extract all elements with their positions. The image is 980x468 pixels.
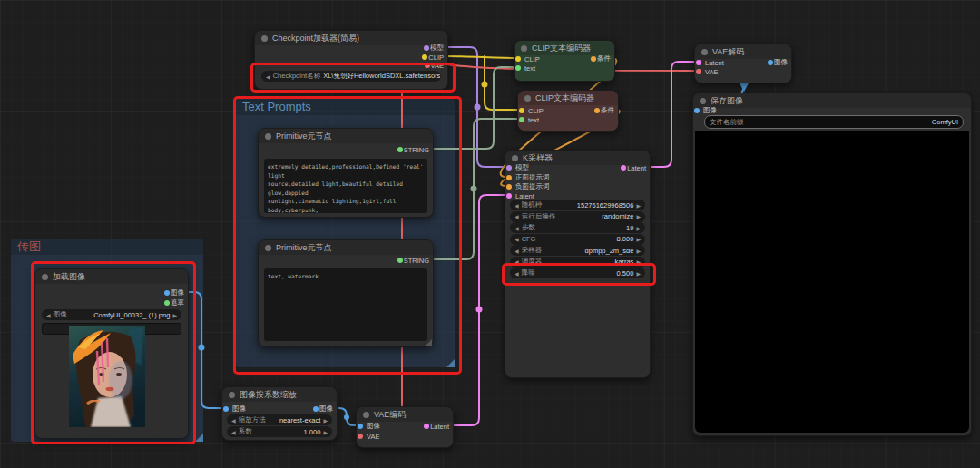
output-slot-string[interactable]: STRING	[397, 256, 429, 265]
output-slot-vae[interactable]: VAE	[425, 61, 444, 70]
widget-steps[interactable]: ◀步数19▶	[510, 222, 645, 233]
slot-dot[interactable]	[397, 147, 403, 152]
decrement-arrow-icon[interactable]: ◀	[266, 73, 270, 80]
increment-arrow-icon[interactable]: ▶	[636, 225, 641, 231]
collapse-dot-icon[interactable]	[524, 95, 531, 102]
node-vae-encode[interactable]: VAE编码 图像 VAE Latent	[356, 406, 454, 448]
slot-dot[interactable]	[223, 406, 229, 412]
increment-arrow-icon[interactable]: ▶	[636, 258, 641, 265]
output-slot-string[interactable]: STRING	[397, 145, 429, 154]
node-title-bar[interactable]: 加载图像	[35, 269, 188, 284]
decrement-arrow-icon[interactable]: ◀	[514, 225, 519, 231]
node-title-bar[interactable]: VAE解码	[695, 44, 791, 59]
slot-dot[interactable]	[515, 56, 521, 62]
increment-arrow-icon[interactable]: ▶	[636, 213, 641, 219]
output-slot-model[interactable]: 模型	[424, 44, 444, 53]
collapse-dot-icon[interactable]	[521, 45, 527, 52]
widget-cfg[interactable]: ◀CFG8.000▶	[510, 234, 645, 245]
slot-dot[interactable]	[164, 300, 170, 306]
increment-arrow-icon[interactable]: ▶	[636, 236, 641, 242]
input-slot-vae[interactable]: VAE	[360, 432, 379, 441]
slot-dot[interactable]	[515, 65, 521, 71]
widget-seed[interactable]: ◀随机种152761629968506▶	[510, 200, 645, 210]
node-vae-decode[interactable]: VAE解码 Latent VAE 图像	[694, 44, 792, 83]
input-slot-image[interactable]: 图像	[697, 106, 717, 115]
reroute-dot[interactable]	[344, 414, 349, 420]
node-clip-text-encode-negative[interactable]: CLIP文本编码器 CLIP text 条件	[517, 90, 619, 132]
reroute-dot[interactable]	[482, 82, 488, 88]
decrement-arrow-icon[interactable]: ◀	[231, 429, 236, 435]
input-slot-text[interactable]: text	[518, 63, 535, 73]
slot-dot[interactable]	[768, 60, 773, 65]
collapse-dot-icon[interactable]	[265, 133, 271, 140]
node-primitive-positive-prompt[interactable]: Primitive元节点 STRING extremely detailed,p…	[258, 128, 434, 218]
slot-dot[interactable]	[424, 424, 429, 429]
collapse-dot-icon[interactable]	[512, 155, 518, 161]
node-primitive-negative-prompt[interactable]: Primitive元节点 STRING text, watermark	[258, 239, 434, 347]
slot-dot[interactable]	[358, 434, 363, 439]
decrement-arrow-icon[interactable]: ◀	[514, 248, 519, 254]
decrement-arrow-icon[interactable]: ◀	[514, 258, 519, 265]
input-slot-negative[interactable]: 负面提示词	[509, 182, 550, 191]
increment-arrow-icon[interactable]: ▶	[323, 417, 328, 424]
collapse-dot-icon[interactable]	[261, 35, 268, 42]
output-slot-conditioning[interactable]: 条件	[591, 54, 611, 63]
node-title-bar[interactable]: VAE编码	[357, 407, 453, 422]
input-slot-clip[interactable]: CLIP	[518, 54, 540, 63]
increment-arrow-icon[interactable]: ▶	[636, 202, 641, 209]
decrement-arrow-icon[interactable]: ◀	[514, 213, 519, 219]
collapse-dot-icon[interactable]	[363, 412, 369, 418]
slot-dot[interactable]	[506, 165, 512, 171]
input-slot-positive[interactable]: 正面提示词	[509, 173, 550, 182]
input-slot-text[interactable]: text	[522, 115, 539, 124]
slot-dot[interactable]	[591, 56, 596, 62]
prompt-textarea[interactable]: extremely detailed,professional,Defined …	[264, 159, 427, 213]
collapse-dot-icon[interactable]	[701, 49, 708, 55]
node-title-bar[interactable]: Checkpoint加载器(简易)	[255, 31, 447, 45]
input-slot-latent[interactable]: Latent	[699, 58, 724, 67]
prompt-textarea[interactable]: text, watermark	[264, 268, 427, 341]
node-graph-canvas[interactable]: Text Prompts 传图	[0, 0, 980, 468]
output-slot-conditioning[interactable]: 条件	[594, 106, 614, 115]
node-upscale-image-by[interactable]: 图像按系数缩放 图像 图像 ◀缩放方法nearest-exact▶ ◀系数1.0…	[221, 386, 338, 441]
node-title-bar[interactable]: 保存图像	[693, 93, 971, 108]
increment-arrow-icon[interactable]: ▶	[172, 312, 177, 318]
reroute-dot[interactable]	[476, 307, 483, 313]
node-clip-text-encode-positive[interactable]: CLIP文本编码器 CLIP text 条件	[514, 40, 615, 82]
node-resize-handle-icon[interactable]	[426, 339, 432, 346]
collapse-dot-icon[interactable]	[229, 392, 235, 398]
node-title-bar[interactable]: CLIP文本编码器	[514, 41, 614, 55]
collapse-dot-icon[interactable]	[265, 245, 271, 251]
output-slot-image[interactable]: 图像	[164, 288, 184, 297]
reroute-dot[interactable]	[199, 345, 205, 351]
slot-dot[interactable]	[422, 54, 427, 60]
decrement-arrow-icon[interactable]: ◀	[514, 236, 519, 242]
widget-scale-by[interactable]: ◀系数1.000▶	[227, 426, 332, 437]
widget-upscale-method[interactable]: ◀缩放方法nearest-exact▶	[227, 414, 332, 425]
slot-dot[interactable]	[519, 117, 524, 122]
slot-dot[interactable]	[696, 60, 701, 65]
output-slot-image[interactable]: 图像	[768, 58, 788, 67]
output-slot-latent[interactable]: Latent	[621, 163, 646, 172]
slot-dot[interactable]	[621, 165, 626, 171]
input-slot-image[interactable]: 图像	[226, 405, 246, 414]
slot-dot[interactable]	[694, 108, 700, 113]
output-slot-mask[interactable]: 遮罩	[164, 298, 184, 307]
increment-arrow-icon[interactable]: ▶	[323, 429, 328, 435]
output-slot-latent[interactable]: Latent	[424, 422, 449, 431]
slot-dot[interactable]	[425, 63, 430, 68]
node-save-image[interactable]: 保存图像 图像 文件名前缀 ComfyUI	[692, 93, 972, 436]
slot-dot[interactable]	[358, 424, 363, 429]
slot-dot[interactable]	[397, 258, 403, 263]
node-title-bar[interactable]: 图像按系数缩放	[222, 387, 337, 402]
input-slot-model[interactable]: 模型	[509, 163, 529, 172]
node-load-image[interactable]: 加载图像 图像 遮罩 ◀ 图像 ComfyUI_00032_ (1).png ▶…	[34, 268, 189, 439]
slot-dot[interactable]	[506, 175, 512, 180]
collapse-dot-icon[interactable]	[700, 98, 706, 104]
collapse-dot-icon[interactable]	[42, 274, 48, 280]
decrement-arrow-icon[interactable]: ◀	[231, 417, 236, 424]
increment-arrow-icon[interactable]: ▶	[636, 270, 641, 277]
input-slot-vae[interactable]: VAE	[699, 67, 718, 76]
slot-dot[interactable]	[519, 108, 524, 113]
widget-control-after-generate[interactable]: ◀运行后操作randomize▶	[510, 211, 645, 222]
